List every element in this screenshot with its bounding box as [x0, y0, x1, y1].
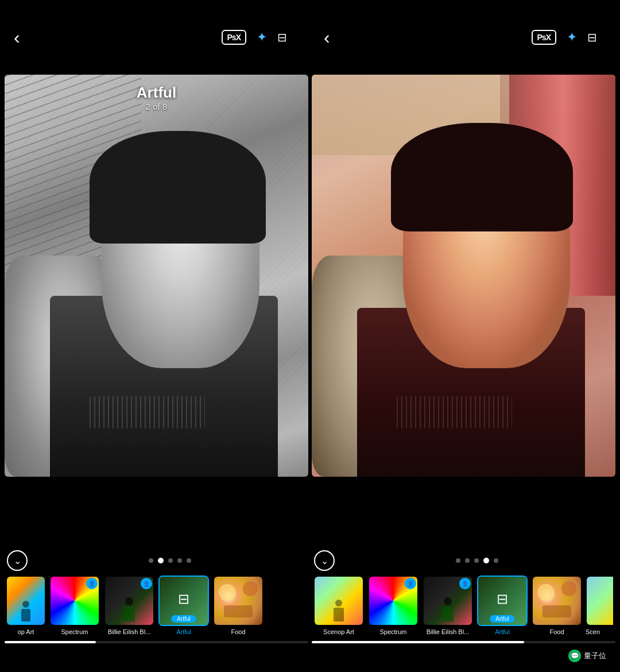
- filter-label-billie-right: Billie Eilish Bl...: [427, 628, 470, 635]
- dot-5-right: [494, 558, 498, 563]
- filter-label-scen: Scen: [586, 628, 600, 635]
- back-button-right[interactable]: ‹: [321, 27, 332, 48]
- filter-label-artful-right: Artful: [495, 628, 510, 635]
- right-bottom-panel: ⌄ Scenop Art: [312, 546, 615, 672]
- artful-active-badge: Artful: [171, 615, 196, 623]
- chevron-down-icon-left: ⌄: [14, 555, 21, 566]
- dot-3-right: [474, 558, 479, 563]
- left-toolbar: PsX ✦ ⊟: [222, 30, 287, 45]
- filter-label-scenop-art: Scenop Art: [323, 628, 354, 635]
- wechat-account: 量子位: [584, 651, 606, 661]
- filter-item-spectrum-right[interactable]: 👤 Spectrum: [367, 576, 419, 635]
- filter-item-spectrum[interactable]: 👤 Spectrum: [49, 576, 100, 635]
- filter-label-billie: Billie Eilish Bl...: [108, 628, 151, 635]
- dot-indicators-right: [340, 558, 613, 563]
- dot-5-left: [187, 558, 191, 563]
- back-button-left[interactable]: ‹: [11, 27, 22, 48]
- chevron-down-button-right[interactable]: ⌄: [314, 550, 335, 571]
- chevron-down-icon-right: ⌄: [321, 555, 328, 566]
- filter-item-scen[interactable]: Scen: [586, 576, 614, 635]
- psx-icon-left[interactable]: PsX: [222, 30, 246, 45]
- filter-item-artful[interactable]: ⊟ Artful Artful: [158, 576, 210, 635]
- filter-label-spectrum-right: Spectrum: [379, 628, 406, 635]
- user-badge-billie-right: 👤: [459, 578, 471, 589]
- filter-strip-left: op Art 👤 Spectrum 👤: [5, 576, 308, 635]
- dot-indicators-left: [33, 558, 306, 563]
- dot-1-left: [149, 558, 153, 563]
- filter-item-food-left[interactable]: Food: [212, 576, 264, 635]
- filter-item-scenop-art[interactable]: Scenop Art: [313, 576, 365, 635]
- wechat-icon: 💬: [568, 650, 581, 662]
- artful-active-badge-right: Artful: [490, 615, 514, 623]
- hair-sketch: [90, 131, 266, 244]
- magic-wand-icon-left[interactable]: ✦: [257, 30, 267, 45]
- left-photo: Artful 2 of 8: [5, 75, 308, 477]
- dot-3-left: [168, 558, 173, 563]
- dot-2-left: [158, 558, 164, 563]
- filter-label-pop-art: op Art: [18, 628, 34, 635]
- filter-item-artful-right[interactable]: ⊟ Artful Artful: [476, 576, 528, 635]
- filter-item-billie[interactable]: 👤 Billie Eilish Bl...: [103, 576, 155, 635]
- filter-name-left: Artful: [137, 84, 176, 102]
- photo-label-left: Artful 2 of 8: [137, 84, 176, 111]
- dot-4-right: [483, 558, 489, 563]
- right-toolbar: PsX ✦ ⊟: [532, 30, 597, 45]
- left-photo-panel: Artful 2 of 8: [5, 75, 308, 543]
- filter-label-spectrum: Spectrum: [61, 628, 88, 635]
- user-badge-billie: 👤: [141, 578, 152, 589]
- filter-label-food-left: Food: [231, 628, 245, 635]
- right-photo-panel: [312, 75, 615, 543]
- filter-item-pop-art[interactable]: op Art: [6, 576, 46, 635]
- magic-wand-icon-right[interactable]: ✦: [567, 30, 577, 45]
- dot-2-right: [465, 558, 470, 563]
- user-badge-spectrum: 👤: [86, 578, 98, 589]
- dot-1-right: [456, 558, 460, 563]
- filter-label-artful: Artful: [176, 628, 191, 635]
- filter-position-left: 2 of 8: [137, 102, 176, 111]
- wechat-watermark: 💬 量子位: [564, 648, 611, 664]
- right-photo: [312, 75, 615, 477]
- filter-strip-right: Scenop Art 👤 Spectrum 👤: [312, 576, 615, 635]
- left-bottom-panel: ⌄ op Art: [5, 546, 308, 672]
- filter-item-food-right[interactable]: Food: [531, 576, 583, 635]
- sliders-icon-right[interactable]: ⊟: [587, 30, 597, 44]
- chevron-down-button-left[interactable]: ⌄: [7, 550, 28, 571]
- sliders-icon-left[interactable]: ⊟: [277, 30, 287, 44]
- filter-item-billie-right[interactable]: 👤 Billie Eilish Bl...: [422, 576, 474, 635]
- dot-4-left: [177, 558, 182, 563]
- user-badge-spectrum-right: 👤: [405, 578, 416, 589]
- filter-label-food-right: Food: [549, 628, 564, 635]
- psx-icon-right[interactable]: PsX: [532, 30, 556, 45]
